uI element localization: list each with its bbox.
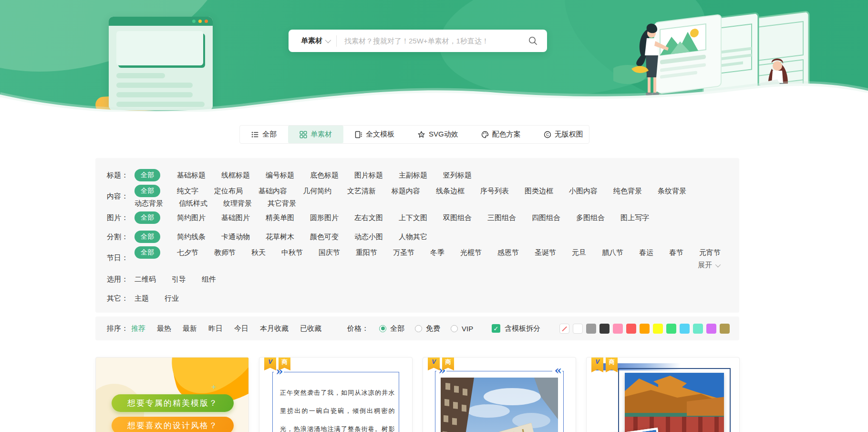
filter-item[interactable]: 竖列标题 xyxy=(443,171,472,180)
filter-item[interactable]: 信纸样式 xyxy=(179,199,207,208)
color-swatch-red[interactable] xyxy=(626,324,636,334)
filter-item[interactable]: 教师节 xyxy=(214,248,236,257)
filter-item[interactable]: 线条边框 xyxy=(436,187,465,196)
filter-item[interactable]: 引导 xyxy=(172,275,186,284)
filter-item[interactable]: 标题内容 xyxy=(392,187,420,196)
tab-全部[interactable]: 全部 xyxy=(240,126,288,143)
filter-item[interactable]: 春节 xyxy=(669,248,683,257)
filter-item[interactable]: 图上写字 xyxy=(620,213,649,222)
sort-option[interactable]: 已收藏 xyxy=(300,324,321,333)
filter-item[interactable]: 国庆节 xyxy=(319,248,340,257)
filter-item[interactable]: 秋天 xyxy=(251,248,266,257)
filter-all-pill[interactable]: 全部 xyxy=(134,185,160,197)
filter-item[interactable]: 春运 xyxy=(639,248,653,257)
color-swatch-olive[interactable] xyxy=(720,324,730,334)
tab-配色方案[interactable]: 配色方案 xyxy=(470,126,532,143)
filter-item[interactable]: 双图组合 xyxy=(443,213,472,222)
tab-SVG动效[interactable]: sSVG动效 xyxy=(406,126,470,143)
filter-item[interactable]: 左右文图 xyxy=(354,213,383,222)
color-swatch-yellow[interactable] xyxy=(653,324,663,334)
color-swatch-purple[interactable] xyxy=(706,324,716,334)
filter-item[interactable]: 底色标题 xyxy=(310,171,339,180)
filter-item[interactable]: 行业 xyxy=(165,294,179,303)
material-card-photo-frame[interactable]: » « xyxy=(423,357,576,432)
filter-item[interactable]: 基础标题 xyxy=(177,171,206,180)
filter-item[interactable]: 文艺清新 xyxy=(347,187,376,196)
filter-item[interactable]: 元旦 xyxy=(572,248,586,257)
filter-item[interactable]: 重阳节 xyxy=(356,248,377,257)
filter-item[interactable]: 定位布局 xyxy=(214,187,243,196)
color-swatch-black[interactable] xyxy=(599,324,610,334)
sort-option[interactable]: 本月收藏 xyxy=(260,324,289,333)
filter-item[interactable]: 光棍节 xyxy=(460,248,482,257)
price-radio-免费[interactable]: 免费 xyxy=(415,324,440,333)
filter-item[interactable]: 纯文字 xyxy=(177,187,198,196)
filter-item[interactable]: 万圣节 xyxy=(393,248,414,257)
filter-item[interactable]: 腊八节 xyxy=(602,248,623,257)
color-swatch-no-color[interactable] xyxy=(559,324,569,334)
expand-toggle[interactable]: 展开 xyxy=(698,261,728,270)
material-card-quote-text[interactable]: » 正午突然袭击了我，如同从冰凉的井水里捞出的一碗白瓷碗，倾倒出稠密的光，热浪汹… xyxy=(259,357,413,432)
filter-item[interactable]: 精美单图 xyxy=(266,213,294,222)
price-radio-全部[interactable]: 全部 xyxy=(379,324,404,333)
filter-item[interactable]: 组件 xyxy=(202,275,216,284)
filter-item[interactable]: 颜色可变 xyxy=(310,232,339,242)
filter-item[interactable]: 上下文图 xyxy=(399,213,427,222)
filter-item[interactable]: 卡通动物 xyxy=(221,232,250,242)
filter-item[interactable]: 基础内容 xyxy=(258,187,287,196)
filter-item[interactable]: 感恩节 xyxy=(497,248,519,257)
filter-item[interactable]: 中秋节 xyxy=(281,248,303,257)
filter-all-pill[interactable]: 全部 xyxy=(134,169,160,181)
filter-item[interactable]: 简约图片 xyxy=(177,213,206,222)
filter-item[interactable]: 四图组合 xyxy=(532,213,560,222)
sort-option[interactable]: 最新 xyxy=(183,324,197,333)
filter-item[interactable]: 人物其它 xyxy=(399,232,427,242)
template-split-checkbox[interactable]: ✓ xyxy=(492,324,500,333)
promo-button-style[interactable]: 想要喜欢的设计风格？ xyxy=(112,417,234,432)
material-card-photo-stack[interactable]: V 商 xyxy=(586,357,740,432)
color-swatch-orange[interactable] xyxy=(640,324,650,334)
filter-item[interactable]: 动态背景 xyxy=(134,199,163,208)
filter-all-pill[interactable]: 全部 xyxy=(134,231,160,243)
color-swatch-gray[interactable] xyxy=(586,324,596,334)
filter-item[interactable]: 图类边框 xyxy=(525,187,553,196)
promo-card[interactable]: + 想要专属的精美模版？ 想要喜欢的设计风格？ xyxy=(95,357,249,432)
color-swatch-pink[interactable] xyxy=(613,324,623,334)
filter-item[interactable]: 冬季 xyxy=(430,248,444,257)
tab-无版权图[interactable]: C无版权图 xyxy=(532,126,589,143)
filter-item[interactable]: 动态小图 xyxy=(354,232,383,242)
filter-item[interactable]: 圣诞节 xyxy=(535,248,556,257)
filter-item[interactable]: 简约线条 xyxy=(177,232,206,242)
sort-option[interactable]: 推荐 xyxy=(131,324,145,333)
color-swatch-white[interactable] xyxy=(573,324,583,334)
sort-option[interactable]: 今日 xyxy=(234,324,248,333)
color-swatch-green[interactable] xyxy=(666,324,676,334)
price-radio-VIP[interactable]: VIP xyxy=(451,324,473,333)
filter-item[interactable]: 多图组合 xyxy=(576,213,605,222)
filter-item[interactable]: 基础图片 xyxy=(221,213,250,222)
filter-item[interactable]: 纯色背景 xyxy=(613,187,642,196)
promo-button-template[interactable]: 想要专属的精美模版？ xyxy=(112,394,234,412)
tab-单素材[interactable]: 单素材 xyxy=(288,126,343,143)
filter-item[interactable]: 花草树木 xyxy=(266,232,294,242)
filter-all-pill[interactable]: 全部 xyxy=(134,211,160,224)
filter-item[interactable]: 条纹背景 xyxy=(658,187,686,196)
color-swatch-sky-blue[interactable] xyxy=(680,324,690,334)
filter-item[interactable]: 其它背景 xyxy=(268,199,296,208)
sort-option[interactable]: 最热 xyxy=(157,324,171,333)
filter-item[interactable]: 序号列表 xyxy=(480,187,509,196)
color-swatch-aqua[interactable] xyxy=(693,324,703,334)
filter-item[interactable]: 主题 xyxy=(134,294,149,303)
sort-option[interactable]: 昨日 xyxy=(208,324,223,333)
filter-item[interactable]: 图片标题 xyxy=(354,171,383,180)
filter-item[interactable]: 几何简约 xyxy=(303,187,331,196)
filter-item[interactable]: 三图组合 xyxy=(487,213,516,222)
filter-item[interactable]: 二维码 xyxy=(134,275,156,284)
filter-item[interactable]: 主副标题 xyxy=(399,171,427,180)
filter-item[interactable]: 线框标题 xyxy=(221,171,250,180)
filter-item[interactable]: 编号标题 xyxy=(266,171,294,180)
tab-全文模板[interactable]: 全文模板 xyxy=(343,126,406,143)
filter-item[interactable]: 圆形图片 xyxy=(310,213,339,222)
filter-item[interactable]: 小图内容 xyxy=(569,187,598,196)
filter-item[interactable]: 七夕节 xyxy=(177,248,198,257)
